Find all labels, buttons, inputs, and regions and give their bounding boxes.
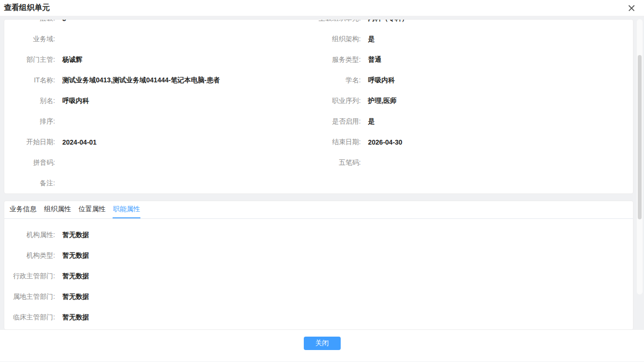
- form-row-institution-type: 机构类型: 暂无数据: [4, 245, 633, 266]
- tab-function-attributes[interactable]: 职能属性: [113, 201, 140, 218]
- form-row-admin-dept: 行政主管部门: 暂无数据: [4, 266, 633, 286]
- field-label: 组织架构:: [319, 35, 361, 44]
- field-value: 呼吸内科: [368, 76, 395, 85]
- detail-card: 层级: 5 上级组织单元: 内科（专科） 业务域: 组织架构: 是: [4, 19, 633, 194]
- field-value: 暂无数据: [62, 293, 89, 301]
- field-label: 开始日期:: [4, 138, 55, 147]
- form-row-level-parent: 层级: 5 上级组织单元: 内科（专科）: [4, 19, 633, 29]
- field-label: 服务类型:: [319, 56, 361, 64]
- field-value: 是: [368, 117, 375, 126]
- field-value: 2026-04-30: [368, 138, 402, 146]
- field-admin-supervising-dept: 行政主管部门: 暂无数据: [4, 266, 319, 286]
- form-row-alias-jobseries: 别名: 呼吸内科 职业序列: 护理,医师: [4, 90, 633, 111]
- field-parent-org: 上级组织单元: 内科（专科）: [319, 19, 633, 29]
- field-start-date: 开始日期: 2024-04-01: [4, 132, 319, 152]
- form-row-clinical-dept: 临床主管部门: 暂无数据: [4, 307, 633, 328]
- field-pinyin-code: 拼音码:: [4, 152, 319, 173]
- vertical-scrollbar-thumb[interactable]: [638, 55, 642, 219]
- field-value: 普通: [368, 56, 381, 64]
- vertical-scrollbar-track[interactable]: [637, 19, 643, 294]
- field-value: 内科（专科）: [368, 19, 408, 23]
- field-label: 业务域:: [4, 35, 55, 44]
- field-job-series: 职业序列: 护理,医师: [319, 90, 633, 111]
- field-end-date: 结束日期: 2026-04-30: [319, 132, 633, 152]
- field-value: 呼吸内科: [62, 97, 89, 105]
- field-label: 层级:: [4, 19, 55, 23]
- form-row-remark: 备注:: [4, 173, 633, 193]
- form-row-manager-servicetype: 部门主管: 杨诚辉 服务类型: 普通: [4, 49, 633, 70]
- tab-bar: 业务信息 组织属性 位置属性 职能属性: [4, 201, 633, 219]
- field-value: 杨诚辉: [62, 56, 82, 64]
- field-value: 暂无数据: [62, 272, 89, 281]
- field-label: 属地主管部门:: [4, 293, 55, 301]
- field-remark: 备注:: [4, 173, 319, 193]
- field-label: 行政主管部门:: [4, 272, 55, 281]
- form-row-itname-sciname: IT名称: 测试业务域0413,测试业务域041444-笔记本电脑-患者 学名:…: [4, 70, 633, 90]
- field-wubi-code: 五笔码:: [319, 152, 633, 173]
- page-title: 查看组织单元: [4, 3, 50, 13]
- field-level: 层级: 5: [4, 19, 319, 29]
- field-institution-type: 机构类型: 暂无数据: [4, 245, 319, 266]
- form-row-territorial-dept: 属地主管部门: 暂无数据: [4, 286, 633, 307]
- field-label: 排序:: [4, 117, 55, 126]
- field-label: 结束日期:: [319, 138, 361, 147]
- field-scientific-name: 学名: 呼吸内科: [319, 70, 633, 90]
- field-label: 拼音码:: [4, 158, 55, 167]
- field-label: IT名称:: [4, 76, 55, 85]
- attributes-card: 业务信息 组织属性 位置属性 职能属性 机构属性: 暂无数据 机构类型: 暂无数…: [4, 201, 633, 330]
- field-institution-attribute: 机构属性: 暂无数据: [4, 225, 319, 245]
- field-label: 上级组织单元:: [319, 19, 361, 23]
- field-clinical-supervising-dept: 临床主管部门: 暂无数据: [4, 307, 319, 328]
- tab-location-attributes[interactable]: 位置属性: [78, 201, 106, 218]
- field-label: 别名:: [4, 97, 55, 105]
- field-label: 五笔码:: [319, 158, 361, 167]
- field-value: 暂无数据: [62, 313, 89, 322]
- field-value: 5: [62, 19, 66, 23]
- field-label: 职业序列:: [319, 97, 361, 105]
- field-label: 机构类型:: [4, 251, 55, 260]
- modal-body: 层级: 5 上级组织单元: 内科（专科） 业务域: 组织架构: 是: [0, 16, 644, 330]
- field-service-type: 服务类型: 普通: [319, 49, 633, 70]
- detail-rows: 层级: 5 上级组织单元: 内科（专科） 业务域: 组织架构: 是: [4, 19, 633, 193]
- form-row-sort-enabled: 排序: 是否启用: 是: [4, 111, 633, 132]
- tab-content-function-attributes: 机构属性: 暂无数据 机构类型: 暂无数据 行政主管部门: 暂无数据 属地主管部…: [4, 219, 633, 328]
- field-value: 2024-04-01: [62, 138, 97, 146]
- field-label: 学名:: [319, 76, 361, 85]
- field-alias: 别名: 呼吸内科: [4, 90, 319, 111]
- modal-header: 查看组织单元: [0, 0, 644, 16]
- field-label: 是否启用:: [319, 117, 361, 126]
- tab-org-attributes[interactable]: 组织属性: [44, 201, 71, 218]
- field-value: 是: [368, 35, 375, 44]
- field-label: 机构属性:: [4, 231, 55, 239]
- field-value: 暂无数据: [62, 251, 89, 260]
- field-enabled: 是否启用: 是: [319, 111, 633, 132]
- field-it-name: IT名称: 测试业务域0413,测试业务域041444-笔记本电脑-患者: [4, 70, 319, 90]
- field-territorial-supervising-dept: 属地主管部门: 暂无数据: [4, 286, 319, 307]
- field-value: 暂无数据: [62, 231, 89, 239]
- form-row-pinyin-wubi: 拼音码: 五笔码:: [4, 152, 633, 173]
- field-label: 备注:: [4, 179, 55, 188]
- field-org-structure: 组织架构: 是: [319, 29, 633, 49]
- field-business-domain: 业务域:: [4, 29, 319, 49]
- close-icon[interactable]: [628, 4, 635, 12]
- form-row-bizdomain-orgstruct: 业务域: 组织架构: 是: [4, 29, 633, 49]
- field-label: 临床主管部门:: [4, 313, 55, 322]
- field-value: 测试业务域0413,测试业务域041444-笔记本电脑-患者: [62, 76, 220, 85]
- tab-business-info[interactable]: 业务信息: [9, 201, 37, 218]
- form-row-institution-attribute: 机构属性: 暂无数据: [4, 225, 633, 245]
- field-label: 部门主管:: [4, 56, 55, 64]
- modal-footer: 关闭: [0, 330, 644, 362]
- field-dept-manager: 部门主管: 杨诚辉: [4, 49, 319, 70]
- field-empty: [319, 173, 633, 193]
- close-button[interactable]: 关闭: [304, 337, 341, 350]
- form-row-startdate-enddate: 开始日期: 2024-04-01 结束日期: 2026-04-30: [4, 132, 633, 152]
- field-sort-order: 排序:: [4, 111, 319, 132]
- field-value: 护理,医师: [368, 97, 397, 105]
